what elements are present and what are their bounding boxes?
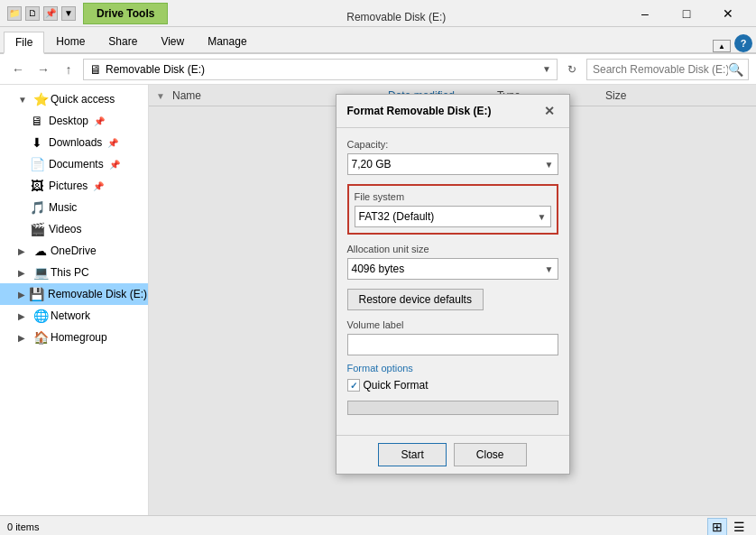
progress-bar [347, 401, 558, 415]
search-box[interactable]: 🔍 [586, 59, 749, 80]
tab-file[interactable]: File [4, 32, 44, 54]
tab-manage[interactable]: Manage [196, 31, 258, 52]
details-view-button[interactable]: ⊞ [707, 518, 727, 536]
drive-tools-tab[interactable]: Drive Tools [83, 3, 168, 24]
pictures-icon: 🖼 [29, 179, 45, 193]
window-controls: – □ ✕ [624, 0, 749, 27]
dialog-title-bar: Format Removable Disk (E:) ✕ [337, 95, 569, 128]
alloc-select[interactable]: 4096 bytes ▼ [347, 258, 558, 280]
sidebar-item-onedrive[interactable]: ▶ ☁ OneDrive [0, 240, 148, 262]
pc-icon: 💻 [32, 265, 49, 280]
sidebar-label: Downloads [49, 136, 102, 149]
onedrive-icon: ☁ [32, 244, 49, 258]
capacity-value: 7,20 GB [352, 158, 392, 171]
title-bar: 📁 🗋 📌 ▼ Drive Tools Removable Disk (E:) … [0, 0, 756, 27]
sidebar-label: OneDrive [51, 244, 97, 257]
removable-disk-icon: 💾 [29, 287, 44, 301]
sidebar-label: This PC [51, 266, 89, 279]
sidebar-label: Music [49, 201, 77, 214]
volume-label-input[interactable] [347, 334, 558, 355]
close-button[interactable]: ✕ [707, 0, 749, 27]
title-bar-icons: 📁 🗋 📌 ▼ [7, 6, 76, 21]
refresh-button[interactable]: ↻ [561, 59, 583, 80]
sidebar-item-videos[interactable]: 🎬 Videos [0, 218, 148, 240]
restore-defaults-button[interactable]: Restore device defaults [347, 289, 484, 310]
pin-icon: 📌 [93, 181, 104, 191]
capacity-select[interactable]: 7,20 GB ▼ [347, 153, 558, 175]
search-icon: 🔍 [728, 62, 743, 77]
start-button[interactable]: Start [378, 443, 446, 466]
sidebar-label: Homegroup [51, 331, 107, 344]
videos-icon: 🎬 [29, 222, 45, 236]
capacity-arrow: ▼ [545, 160, 554, 170]
file-system-value: FAT32 (Default) [359, 210, 435, 223]
dialog-close-button[interactable]: ✕ [540, 102, 558, 120]
sidebar-item-quick-access[interactable]: ▼ ⭐ Quick access [0, 88, 148, 110]
expand-icon: ▼ [18, 95, 31, 105]
maximize-button[interactable]: □ [666, 0, 707, 27]
main-area: ▼ ⭐ Quick access 🖥 Desktop 📌 ⬇ Downloads… [0, 85, 756, 515]
sidebar-item-downloads[interactable]: ⬇ Downloads 📌 [0, 132, 148, 153]
desktop-icon: 🖥 [29, 114, 45, 128]
sidebar-item-pictures[interactable]: 🖼 Pictures 📌 [0, 175, 148, 197]
sidebar-label: Network [51, 309, 90, 322]
back-button[interactable]: ← [7, 59, 29, 80]
search-input[interactable] [593, 63, 728, 76]
ribbon-tabs: File Home Share View Manage ▲ ? [0, 27, 756, 52]
forward-button[interactable]: → [32, 59, 54, 80]
volume-label-title: Volume label [347, 319, 558, 330]
tab-share[interactable]: Share [97, 31, 149, 52]
sidebar-item-desktop[interactable]: 🖥 Desktop 📌 [0, 110, 148, 132]
quick-access-icon: ⭐ [32, 92, 49, 106]
list-view-button[interactable]: ☰ [729, 518, 749, 536]
ribbon: File Home Share View Manage ▲ ? [0, 27, 756, 54]
sidebar-label: Desktop [49, 115, 88, 127]
address-arrow: ▼ [542, 64, 551, 74]
network-icon: 🌐 [32, 309, 49, 323]
dialog-footer: Start Close [337, 435, 569, 474]
music-icon: 🎵 [29, 200, 45, 215]
format-dialog: Format Removable Disk (E:) ✕ Capacity: 7… [336, 94, 570, 475]
format-options-title: Format options [347, 363, 558, 374]
close-dialog-button[interactable]: Close [454, 443, 527, 466]
capacity-label: Capacity: [347, 139, 558, 150]
address-bar: ← → ↑ 🖥 Removable Disk (E:) ▼ ↻ 🔍 [0, 54, 756, 85]
file-system-select[interactable]: FAT32 (Default) ▼ [355, 206, 551, 227]
tab-home[interactable]: Home [44, 31, 97, 52]
sidebar-label: Pictures [49, 180, 88, 192]
sidebar-label: Quick access [51, 93, 115, 106]
format-options: Format options ✓ Quick Format [347, 363, 558, 392]
downloads-icon: ⬇ [29, 135, 45, 150]
sidebar-item-network[interactable]: ▶ 🌐 Network [0, 305, 148, 327]
view-icons: ⊞ ☰ [707, 518, 749, 536]
quick-format-checkbox[interactable]: ✓ [347, 379, 360, 392]
down-icon[interactable]: ▼ [61, 6, 76, 21]
sidebar-label: Documents [49, 158, 104, 171]
dialog-body: Capacity: 7,20 GB ▼ File system FAT32 (D… [337, 128, 569, 435]
quick-format-row: ✓ Quick Format [347, 379, 558, 392]
expand-icon: ▶ [18, 290, 25, 300]
ribbon-collapse[interactable]: ▲ [713, 40, 731, 52]
up-button[interactable]: ↑ [58, 59, 79, 80]
expand-icon: ▶ [18, 333, 31, 343]
file-system-arrow: ▼ [538, 212, 547, 222]
drive-icon: 🖥 [89, 62, 102, 77]
pin-icon[interactable]: 📌 [43, 6, 58, 21]
minimize-button[interactable]: – [624, 0, 666, 27]
address-field[interactable]: 🖥 Removable Disk (E:) ▼ [83, 59, 558, 80]
alloc-value: 4096 bytes [352, 263, 405, 275]
volume-label-section: Volume label [347, 319, 558, 355]
sidebar-item-documents[interactable]: 📄 Documents 📌 [0, 153, 148, 175]
sidebar-item-homegroup[interactable]: ▶ 🏠 Homegroup [0, 327, 148, 348]
content-area: ▼ Name Date modified Type Size Format Re… [149, 85, 756, 515]
help-button[interactable]: ? [734, 34, 752, 52]
sidebar-item-removable-disk[interactable]: ▶ 💾 Removable Disk (E:) [0, 283, 148, 305]
sidebar: ▼ ⭐ Quick access 🖥 Desktop 📌 ⬇ Downloads… [0, 85, 149, 515]
status-bar: 0 items ⊞ ☰ [0, 515, 756, 535]
sidebar-item-this-pc[interactable]: ▶ 💻 This PC [0, 262, 148, 283]
tab-view[interactable]: View [149, 31, 196, 52]
sidebar-item-music[interactable]: 🎵 Music [0, 197, 148, 218]
sidebar-label: Removable Disk (E:) [48, 288, 147, 300]
new-icon[interactable]: 🗋 [25, 6, 40, 21]
expand-icon: ▶ [18, 268, 31, 278]
